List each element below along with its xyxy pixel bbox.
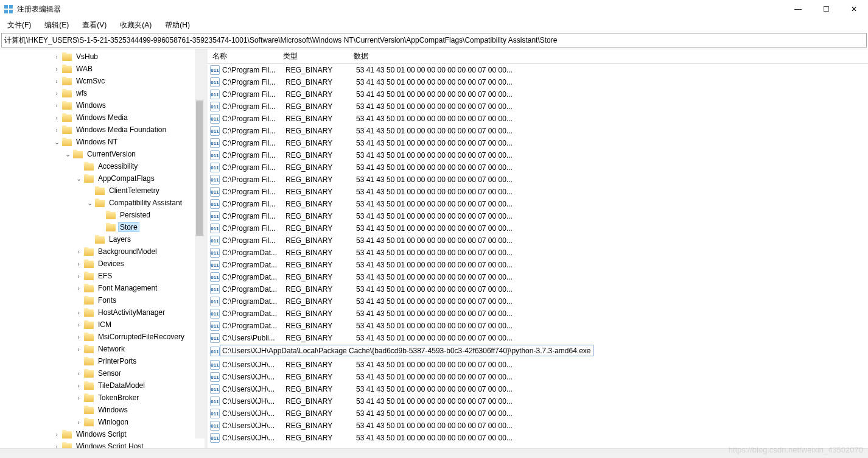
tree-item[interactable]: ›Windows Script [0,428,205,440]
chevron-right-icon[interactable]: › [74,333,83,340]
list-row[interactable]: C:\Program Fil...REG_BINARY53 41 43 50 0… [208,210,868,222]
tree-item[interactable]: ›wfs [0,87,205,99]
tree-item[interactable]: Fonts [0,294,205,306]
tree-item[interactable]: ›Windows [0,99,205,111]
chevron-right-icon[interactable]: › [74,321,83,328]
chevron-down-icon[interactable]: ⌄ [63,150,72,158]
chevron-right-icon[interactable]: › [74,382,83,389]
list-body[interactable]: C:\Program Fil...REG_BINARY53 41 43 50 0… [208,64,868,448]
list-row[interactable]: C:\Program Fil...REG_BINARY53 41 43 50 0… [208,161,868,174]
tree-item[interactable]: ›TokenBroker [0,392,205,404]
list-row[interactable]: C:\Users\XJH\...REG_BINARY53 41 43 50 01… [208,359,868,371]
chevron-right-icon[interactable]: › [74,284,83,292]
tree-item[interactable]: ›Windows Script Host [0,440,205,448]
chevron-right-icon[interactable]: › [52,102,61,109]
chevron-right-icon[interactable]: › [52,53,61,60]
menu-favorites[interactable]: 收藏夹(A) [116,19,155,32]
menu-edit[interactable]: 编辑(E) [41,19,72,32]
list-row[interactable]: C:\Program Fil...REG_BINARY53 41 43 50 0… [208,64,868,76]
column-type[interactable]: 类型 [278,51,349,62]
list-row[interactable]: C:\Program Fil...REG_BINARY53 41 43 50 0… [208,198,868,210]
tree-scrollbar-thumb[interactable] [196,100,203,236]
chevron-right-icon[interactable]: › [52,443,61,448]
list-row[interactable]: C:\Program Fil...REG_BINARY53 41 43 50 0… [208,125,868,137]
tree-item[interactable]: ›Windows Media [0,111,205,124]
chevron-right-icon[interactable]: › [74,260,83,267]
chevron-right-icon[interactable]: › [52,65,61,72]
list-row[interactable]: C:\Users\XJH\...REG_BINARY53 41 43 50 01… [208,383,868,395]
list-row[interactable]: C:\ProgramDat...REG_BINARY53 41 43 50 01… [208,308,868,320]
list-row[interactable]: C:\Program Fil...REG_BINARY53 41 43 50 0… [208,100,868,113]
tree-item[interactable]: Store [0,221,205,233]
tree-item[interactable]: Persisted [0,209,205,221]
tree-scrollbar[interactable] [195,49,205,439]
list-row[interactable]: C:\Users\XJH\...REG_BINARY53 41 43 50 01… [208,420,868,432]
list-row[interactable]: C:\Users\XJH\...REG_BINARY53 41 43 50 01… [208,432,868,444]
tree-item[interactable]: ClientTelemetry [0,185,205,197]
tree-item[interactable]: ⌄AppCompatFlags [0,172,205,185]
chevron-right-icon[interactable]: › [74,309,83,316]
list-row[interactable]: C:\Program Fil...REG_BINARY53 41 43 50 0… [208,137,868,149]
list-row[interactable]: C:\ProgramDat...REG_BINARY53 41 43 50 01… [208,247,868,259]
list-row[interactable]: C:\Users\XJH\...REG_BINARY53 41 43 50 01… [208,395,868,407]
tree-item[interactable]: ›ICM [0,319,205,331]
horizontal-scrollbar[interactable] [0,448,868,458]
list-row[interactable]: C:\ProgramDat...REG_BINARY53 41 43 50 01… [208,320,868,332]
chevron-down-icon[interactable]: ⌄ [85,199,94,207]
tree-item[interactable]: Accessibility [0,160,205,172]
tree-item[interactable]: ›WAB [0,63,205,75]
chevron-right-icon[interactable]: › [52,431,61,438]
list-row[interactable]: C:\Program Fil...REG_BINARY53 41 43 50 0… [208,88,868,100]
tree-item[interactable]: ›MsiCorruptedFileRecovery [0,331,205,343]
menu-help[interactable]: 帮助(H) [161,19,194,32]
chevron-down-icon[interactable]: ⌄ [74,175,83,183]
tree-item[interactable]: ›HostActivityManager [0,306,205,319]
tree-item[interactable]: ⌄Compatibility Assistant [0,197,205,209]
tree-item[interactable]: ⌄CurrentVersion [0,148,205,160]
tree-item[interactable]: ›TileDataModel [0,379,205,392]
tree-item[interactable]: ›BackgroundModel [0,245,205,258]
tree-item[interactable]: ›VsHub [0,51,205,63]
list-row[interactable]: C:\ProgramDat...REG_BINARY53 41 43 50 01… [208,295,868,308]
chevron-down-icon[interactable]: ⌄ [52,138,61,146]
tree-item[interactable]: ›Winlogon [0,416,205,428]
tree-item[interactable]: ›Font Management [0,282,205,294]
chevron-right-icon[interactable]: › [74,394,83,401]
rename-input[interactable]: C:\Users\XJH\AppData\Local\Package Cache… [220,345,593,356]
list-row[interactable]: C:\Program Fil...REG_BINARY53 41 43 50 0… [208,149,868,161]
tree-item[interactable]: ›Windows Media Foundation [0,124,205,136]
list-row[interactable]: C:\ProgramDat...REG_BINARY53 41 43 50 01… [208,259,868,271]
minimize-button[interactable]: — [784,0,812,18]
chevron-right-icon[interactable]: › [74,418,83,426]
chevron-right-icon[interactable]: › [52,114,61,121]
chevron-right-icon[interactable]: › [74,272,83,280]
tree-item[interactable]: ⌄Windows NT [0,136,205,148]
tree-item[interactable]: ›Sensor [0,367,205,379]
close-button[interactable]: ✕ [840,0,868,18]
tree-item[interactable]: ›Network [0,343,205,355]
list-row[interactable]: C:\Program Fil...REG_BINARY53 41 43 50 0… [208,234,868,247]
chevron-right-icon[interactable]: › [74,345,83,353]
column-data[interactable]: 数据 [349,51,868,62]
list-row-editing[interactable]: C:\Users\XJH\AppData\Local\Package Cache… [208,344,868,359]
chevron-right-icon[interactable]: › [74,248,83,255]
tree-item[interactable]: ›EFS [0,270,205,282]
list-row[interactable]: C:\Program Fil...REG_BINARY53 41 43 50 0… [208,222,868,234]
tree-item[interactable]: Windows [0,404,205,416]
list-row[interactable]: C:\ProgramDat...REG_BINARY53 41 43 50 01… [208,283,868,295]
list-row[interactable]: C:\Users\XJH\...REG_BINARY53 41 43 50 01… [208,407,868,420]
menu-view[interactable]: 查看(V) [79,19,110,32]
list-row[interactable]: C:\ProgramDat...REG_BINARY53 41 43 50 01… [208,271,868,283]
column-name[interactable]: 名称 [208,51,278,62]
list-row[interactable]: C:\Program Fil...REG_BINARY53 41 43 50 0… [208,186,868,198]
maximize-button[interactable]: ☐ [812,0,840,18]
list-row[interactable]: C:\Program Fil...REG_BINARY53 41 43 50 0… [208,76,868,88]
tree-item[interactable]: ›Devices [0,258,205,270]
chevron-right-icon[interactable]: › [74,370,83,377]
list-row[interactable]: C:\Users\Publi...REG_BINARY53 41 43 50 0… [208,332,868,344]
list-row[interactable]: C:\Users\XJH\...REG_BINARY53 41 43 50 01… [208,371,868,383]
tree-item[interactable]: Layers [0,233,205,245]
tree-item[interactable]: ›WcmSvc [0,75,205,87]
chevron-right-icon[interactable]: › [52,126,61,133]
tree-item[interactable]: PrinterPorts [0,355,205,367]
